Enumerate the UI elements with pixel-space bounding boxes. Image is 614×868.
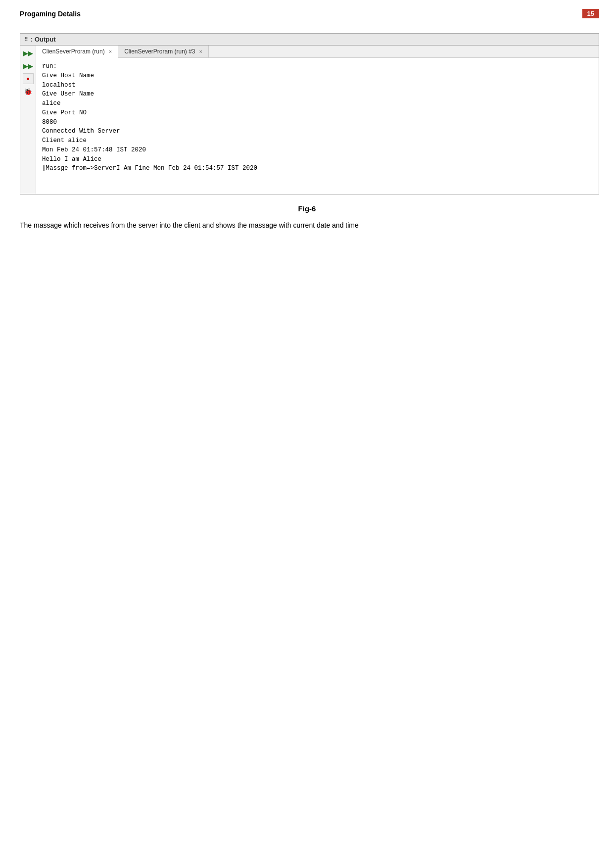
output-panel-title: : Output — [31, 36, 56, 43]
console-line-1: run: — [42, 62, 593, 71]
left-toolbar: ▶▶ ▶▶ ■ 🐞 — [20, 46, 36, 194]
console-line-8: Connected With Server — [42, 127, 593, 136]
tab-close-2[interactable]: × — [199, 48, 202, 54]
output-body: ▶▶ ▶▶ ■ 🐞 ClienSeverProram (run) × Cli — [20, 46, 599, 194]
console-line-10: Mon Feb 24 01:57:48 IST 2020 — [42, 145, 593, 155]
stop-button[interactable]: ■ — [23, 73, 34, 84]
console-line-6: Give Port NO — [42, 108, 593, 118]
run-again-button[interactable]: ▶▶ — [23, 60, 34, 71]
console-line-5: alice — [42, 99, 593, 108]
console-line-9: Client alice — [42, 136, 593, 145]
tabs-bar: ClienSeverProram (run) × ClienSeverProra… — [36, 46, 599, 58]
figure-caption: Fig-6 — [0, 204, 614, 213]
debug-icon: 🐞 — [24, 88, 32, 96]
console-line-4: Give User Name — [42, 90, 593, 99]
play-icon: ▶▶ — [23, 49, 33, 57]
tab-close-1[interactable]: × — [109, 48, 112, 54]
play-button[interactable]: ▶▶ — [23, 48, 34, 58]
stop-icon: ■ — [27, 76, 29, 81]
page-number: 15 — [582, 9, 599, 18]
console-line-12: Massge from=>ServerI Am Fine Mon Feb 24 … — [42, 164, 593, 173]
tabs-and-content: ClienSeverProram (run) × ClienSeverProra… — [36, 46, 599, 194]
output-panel: ⠿ : Output ▶▶ ▶▶ ■ 🐞 ClienSeverProram ( — [20, 33, 599, 194]
tab-clien-sever-proram-run[interactable]: ClienSeverProram (run) × — [36, 46, 118, 58]
output-panel-header: ⠿ : Output — [20, 34, 599, 46]
page-title: Progaming Detalis — [20, 10, 81, 18]
tab-label-1: ClienSeverProram (run) — [42, 48, 105, 55]
page-header: Progaming Detalis 15 — [0, 0, 614, 23]
console-output: run: Give Host Name localhost Give User … — [36, 58, 599, 194]
console-line-7: 8080 — [42, 118, 593, 127]
console-line-12-text: Massge from=>ServerI Am Fine Mon Feb 24 … — [46, 164, 258, 173]
panel-grip-icon: ⠿ — [24, 37, 28, 42]
tab-clien-sever-proram-run-3[interactable]: ClienSeverProram (run) #3 × — [118, 46, 209, 57]
run-again-icon: ▶▶ — [23, 62, 33, 70]
tab-label-2: ClienSeverProram (run) #3 — [124, 48, 195, 55]
console-line-11: Hello I am Alice — [42, 155, 593, 164]
description-text: The massage which receives from the serv… — [0, 220, 614, 232]
description-content: The massage which receives from the serv… — [20, 221, 359, 229]
console-line-2: Give Host Name — [42, 71, 593, 81]
debug-button[interactable]: 🐞 — [23, 86, 34, 97]
console-line-3: localhost — [42, 81, 593, 90]
